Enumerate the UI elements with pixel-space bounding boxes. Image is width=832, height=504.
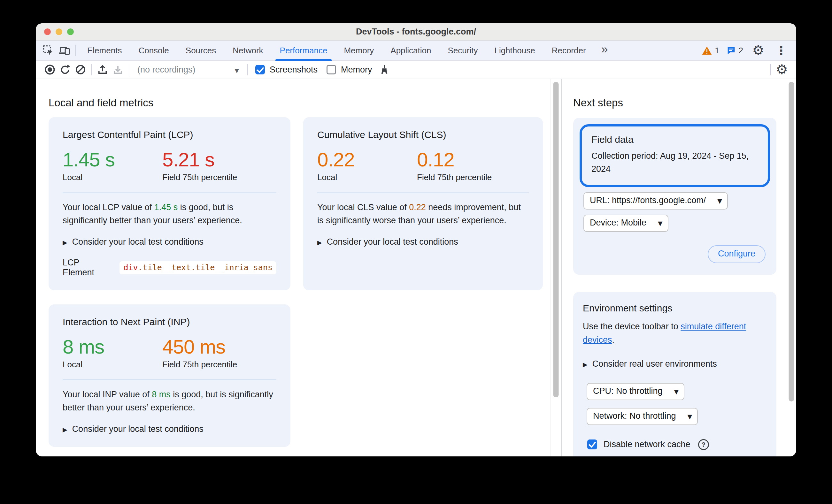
- memory-toggle[interactable]: Memory: [322, 65, 377, 75]
- tab-sources[interactable]: Sources: [177, 41, 224, 60]
- main-scrollbar-thumb[interactable]: [553, 82, 559, 397]
- disable-cache-toggle[interactable]: Disable network cache ?: [583, 439, 767, 450]
- help-icon[interactable]: ?: [698, 439, 709, 450]
- main-scrollbar[interactable]: [550, 79, 561, 456]
- collect-garbage-button[interactable]: [377, 62, 392, 77]
- record-and-reload-button[interactable]: [57, 62, 73, 77]
- memory-checkbox[interactable]: [327, 65, 336, 74]
- tab-elements[interactable]: Elements: [79, 41, 130, 60]
- toolbar-separator: [770, 64, 771, 75]
- configure-button[interactable]: Configure: [708, 245, 765, 263]
- inp-inline-value: 8 ms: [152, 390, 171, 399]
- cls-description: Your local CLS value of 0.22 needs impro…: [317, 201, 529, 227]
- tab-memory[interactable]: Memory: [336, 41, 382, 60]
- recordings-dropdown[interactable]: (no recordings): [132, 65, 244, 75]
- tab-console[interactable]: Console: [130, 41, 177, 60]
- disclosure-triangle-icon: [317, 237, 322, 247]
- warning-count: 1: [715, 46, 719, 56]
- record-button[interactable]: [42, 62, 57, 77]
- tab-performance[interactable]: Performance: [271, 41, 336, 60]
- inp-field-value: 450 ms: [162, 336, 237, 357]
- field-data-title: Field data: [591, 134, 758, 145]
- disclosure-label: Consider your local test conditions: [72, 424, 204, 434]
- disclosure-label: Consider your local test conditions: [72, 237, 204, 247]
- download-icon: [112, 64, 124, 75]
- zoom-window-button[interactable]: [67, 28, 74, 35]
- toolbar-separator: [92, 64, 92, 75]
- sidebar-scrollbar-thumb[interactable]: [788, 82, 794, 401]
- more-tabs-button[interactable]: »: [594, 43, 615, 58]
- lcp-description: Your local LCP value of 1.45 s is good, …: [62, 201, 276, 227]
- inp-local-value: 8 ms: [62, 336, 162, 357]
- url-select[interactable]: URL: https://fonts.google.com/: [583, 192, 728, 210]
- window-title: DevTools - fonts.google.com/: [356, 27, 476, 37]
- metrics-heading: Local and field metrics: [49, 97, 550, 109]
- screenshots-toggle[interactable]: Screenshots: [251, 65, 322, 75]
- inp-field-label: Field 75th percentile: [162, 360, 237, 370]
- tabbar-separator: [75, 45, 76, 56]
- upload-icon: [97, 64, 108, 75]
- divider: [317, 192, 529, 193]
- device-toolbar-button[interactable]: [56, 43, 72, 58]
- url-select-label: URL: https://fonts.google.com/: [590, 195, 706, 205]
- gear-icon: [752, 44, 764, 57]
- devtools-window: DevTools - fonts.google.com/ Elements: [36, 23, 796, 456]
- cpu-throttling-select[interactable]: CPU: No throttling: [587, 383, 684, 400]
- network-throttling-select[interactable]: Network: No throttling: [587, 408, 698, 425]
- disable-cache-checkbox[interactable]: [587, 440, 597, 449]
- chevron-down-icon: [674, 386, 679, 396]
- disclosure-triangle-icon: [62, 237, 68, 247]
- inp-local-conditions-disclosure[interactable]: Consider your local test conditions: [62, 424, 276, 434]
- lcp-inline-value: 1.45 s: [154, 203, 178, 212]
- cpu-select-label: CPU: No throttling: [593, 386, 662, 396]
- real-user-environments-disclosure[interactable]: Consider real user environments: [583, 359, 767, 369]
- tab-security[interactable]: Security: [440, 41, 486, 60]
- cls-card: Cumulative Layout Shift (CLS) 0.22 Local…: [303, 117, 543, 290]
- chevron-down-icon: [658, 218, 662, 228]
- inspect-icon: [42, 45, 54, 56]
- save-profile-button[interactable]: [110, 62, 126, 77]
- collection-period: Collection period: Aug 19, 2024 - Sep 15…: [591, 150, 758, 175]
- cls-field-label: Field 75th percentile: [417, 173, 492, 182]
- sidebar-scrollbar[interactable]: [786, 79, 796, 456]
- device-select[interactable]: Device: Mobile: [583, 215, 669, 232]
- lcp-element-node-link[interactable]: div.tile__text.tile__inria_sans: [120, 261, 276, 274]
- device-select-label: Device: Mobile: [590, 218, 646, 228]
- chevron-down-icon: [717, 195, 722, 205]
- warnings-badge[interactable]: 1: [702, 46, 719, 56]
- disclosure-label: Consider your local test conditions: [327, 237, 458, 247]
- capture-settings-button[interactable]: [774, 62, 790, 77]
- garbage-collect-icon: [379, 64, 390, 75]
- disclosure-triangle-icon: [62, 424, 68, 434]
- lcp-local-label: Local: [62, 173, 162, 182]
- inspect-element-button[interactable]: [40, 43, 56, 58]
- tab-lighthouse[interactable]: Lighthouse: [486, 41, 543, 60]
- minimize-window-button[interactable]: [56, 28, 62, 35]
- kebab-menu-icon: [776, 44, 787, 57]
- device-toolbar-icon: [58, 45, 70, 56]
- devtools-tabbar: Elements Console Sources Network Perform…: [36, 41, 796, 61]
- lcp-field-label: Field 75th percentile: [162, 173, 237, 182]
- cls-local-conditions-disclosure[interactable]: Consider your local test conditions: [317, 237, 529, 247]
- tab-application[interactable]: Application: [382, 41, 439, 60]
- environment-description: Use the device toolbar to simulate diffe…: [583, 320, 762, 347]
- cls-field-value: 0.12: [417, 149, 492, 170]
- lcp-local-conditions-disclosure[interactable]: Consider your local test conditions: [62, 237, 276, 247]
- messages-badge[interactable]: 2: [727, 46, 743, 56]
- messages-icon: [727, 46, 736, 55]
- customize-devtools-button[interactable]: [773, 43, 789, 58]
- close-window-button[interactable]: [44, 28, 51, 35]
- clear-recordings-button[interactable]: [73, 62, 88, 77]
- screenshots-checkbox[interactable]: [255, 65, 265, 74]
- titlebar: DevTools - fonts.google.com/: [36, 23, 796, 41]
- environment-settings-card: Environment settings Use the device tool…: [573, 292, 776, 456]
- settings-button[interactable]: [750, 43, 766, 58]
- cls-local-value: 0.22: [317, 149, 417, 170]
- tab-network[interactable]: Network: [224, 41, 271, 60]
- lcp-element-label: LCP Element: [62, 258, 113, 277]
- load-profile-button[interactable]: [95, 62, 110, 77]
- chevron-down-icon: [235, 65, 239, 75]
- toolbar-separator: [129, 64, 129, 75]
- tab-recorder[interactable]: Recorder: [544, 41, 594, 60]
- message-count: 2: [739, 46, 743, 56]
